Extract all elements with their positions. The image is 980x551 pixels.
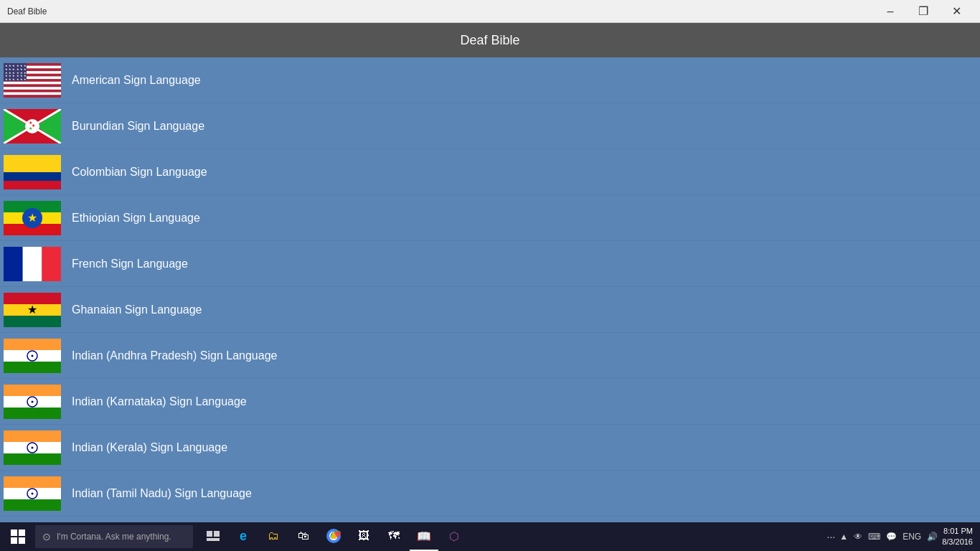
- svg-point-77: [32, 400, 34, 402]
- close-button[interactable]: ✕: [940, 0, 973, 23]
- taskbar: ⊙ I'm Cortana. Ask me anything. e 🗂 🛍 🖼: [0, 522, 980, 551]
- edge-icon[interactable]: e: [229, 522, 258, 551]
- file-explorer-icon[interactable]: 🗂: [259, 522, 288, 551]
- svg-text:★: ★: [5, 77, 8, 81]
- flag-icon: [0, 382, 65, 421]
- flag-icon: [0, 474, 65, 513]
- window-controls: – ❐ ✕: [874, 0, 973, 23]
- clock-time: 8:01 PM: [942, 526, 973, 537]
- maps-icon[interactable]: 🗺: [380, 522, 408, 551]
- svg-text:★: ★: [24, 77, 27, 81]
- flag-icon: [0, 244, 65, 283]
- system-icons: ▲ 👁 ⌨ 💬 ENG 🔊: [839, 532, 938, 542]
- list-item[interactable]: ★Ghanaian Sign Language: [0, 287, 980, 333]
- svg-text:★: ★: [9, 77, 11, 81]
- list-item[interactable]: French Sign Language: [0, 241, 980, 287]
- start-button[interactable]: [4, 522, 32, 551]
- list-item[interactable]: ★★★★★★★★★★★★★★★★★★★★★★★★★★★★★★American S…: [0, 57, 980, 103]
- keyboard-icon[interactable]: ⌨: [868, 532, 880, 542]
- app-name: Deaf Bible: [7, 6, 47, 17]
- svg-rect-73: [4, 385, 61, 396]
- title-bar: Deaf Bible – ❐ ✕: [0, 0, 980, 23]
- list-item[interactable]: ★★★Burundian Sign Language: [0, 103, 980, 149]
- svg-rect-99: [214, 531, 220, 537]
- minimize-button[interactable]: –: [874, 0, 907, 23]
- svg-rect-100: [207, 538, 220, 541]
- svg-text:★: ★: [12, 77, 15, 81]
- svg-rect-53: [4, 155, 61, 172]
- svg-rect-66: [4, 316, 61, 327]
- list-item[interactable]: Japanese Sign Language: [0, 517, 980, 522]
- language-name: Indian (Kerala) Sign Language: [72, 441, 227, 454]
- language-icon[interactable]: ENG: [903, 532, 921, 542]
- system-clock[interactable]: 8:01 PM 8/3/2016: [942, 526, 973, 548]
- flag-icon: ★★★: [0, 106, 65, 146]
- task-view-icon[interactable]: [199, 522, 227, 551]
- chat-icon[interactable]: 💬: [886, 532, 897, 542]
- flag-icon: [0, 336, 65, 375]
- volume-icon[interactable]: 🔊: [927, 532, 938, 542]
- language-list[interactable]: ★★★★★★★★★★★★★★★★★★★★★★★★★★★★★★American S…: [0, 57, 980, 522]
- svg-rect-62: [23, 247, 42, 281]
- svg-rect-54: [4, 172, 61, 181]
- list-item[interactable]: ★Ethiopian Sign Language: [0, 195, 980, 241]
- app-header-title: Deaf Bible: [460, 33, 519, 48]
- svg-rect-94: [11, 529, 17, 536]
- svg-rect-70: [4, 362, 61, 373]
- svg-rect-55: [4, 181, 61, 189]
- language-name: Indian (Andhra Pradesh) Sign Language: [72, 349, 277, 362]
- list-item[interactable]: Indian (Andhra Pradesh) Sign Language: [0, 333, 980, 379]
- eye-icon[interactable]: 👁: [854, 532, 862, 542]
- flag-icon: ★: [0, 290, 65, 329]
- cortana-search[interactable]: ⊙ I'm Cortana. Ask me anything.: [35, 525, 193, 548]
- list-item[interactable]: Colombian Sign Language: [0, 149, 980, 195]
- svg-text:★: ★: [32, 123, 35, 128]
- svg-rect-68: [4, 339, 61, 350]
- language-name: Indian (Karnataka) Sign Language: [72, 395, 247, 408]
- svg-text:★: ★: [17, 77, 19, 81]
- svg-rect-83: [4, 476, 61, 488]
- svg-rect-98: [207, 531, 212, 537]
- svg-rect-8: [4, 84, 61, 87]
- list-item[interactable]: Indian (Kerala) Sign Language: [0, 425, 980, 471]
- language-name: Ghanaian Sign Language: [72, 303, 202, 316]
- svg-rect-9: [4, 87, 61, 90]
- svg-rect-10: [4, 89, 61, 92]
- svg-rect-61: [4, 247, 23, 281]
- chrome-icon[interactable]: [319, 522, 348, 551]
- language-name: Colombian Sign Language: [72, 166, 207, 179]
- language-name: Burundian Sign Language: [72, 120, 204, 133]
- photos-icon[interactable]: 🖼: [349, 522, 378, 551]
- deaf-bible-icon[interactable]: 📖: [410, 522, 438, 551]
- svg-point-72: [32, 354, 34, 357]
- store-icon[interactable]: 🛍: [289, 522, 318, 551]
- svg-rect-85: [4, 499, 61, 511]
- language-name: Ethiopian Sign Language: [72, 212, 200, 225]
- svg-rect-63: [42, 247, 61, 281]
- svg-point-87: [32, 492, 34, 494]
- chevron-up-icon[interactable]: ▲: [839, 532, 848, 542]
- list-item[interactable]: Indian (Karnataka) Sign Language: [0, 379, 980, 425]
- svg-rect-12: [4, 95, 61, 98]
- search-placeholder: I'm Cortana. Ask me anything.: [57, 532, 171, 542]
- list-item[interactable]: Indian (Tamil Nadu) Sign Language: [0, 471, 980, 517]
- visual-studio-icon[interactable]: ⬡: [440, 522, 468, 551]
- flag-icon: ★: [0, 198, 65, 237]
- language-name: Indian (Tamil Nadu) Sign Language: [72, 487, 252, 500]
- language-name: French Sign Language: [72, 258, 188, 270]
- svg-rect-11: [4, 92, 61, 95]
- taskbar-system-tray: ··· ▲ 👁 ⌨ 💬 ENG 🔊 8:01 PM 8/3/2016: [827, 526, 976, 548]
- restore-button[interactable]: ❐: [907, 0, 940, 23]
- language-name: American Sign Language: [72, 74, 201, 87]
- svg-text:★: ★: [27, 303, 37, 316]
- flag-icon: ★★★★★★★★★★★★★★★★★★★★★★★★★★★★★★: [0, 60, 65, 100]
- svg-rect-75: [4, 408, 61, 419]
- more-icon[interactable]: ···: [827, 531, 836, 542]
- clock-date: 8/3/2016: [942, 537, 973, 547]
- svg-rect-97: [19, 537, 25, 544]
- svg-point-82: [32, 446, 34, 448]
- svg-rect-96: [11, 537, 17, 544]
- svg-rect-95: [19, 529, 25, 536]
- svg-text:★: ★: [27, 212, 37, 224]
- svg-rect-78: [4, 430, 61, 442]
